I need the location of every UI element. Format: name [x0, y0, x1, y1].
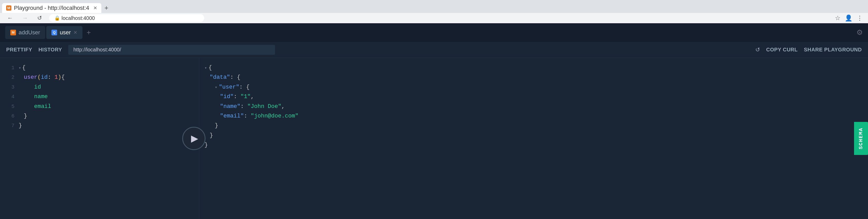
result-line-9: } [199, 140, 868, 150]
query-line-2: 2 user(id: 1){ [0, 73, 199, 82]
address-text: localhost:4000 [62, 15, 95, 21]
result-line-8: } [205, 131, 868, 140]
query-line-4: 4 name [0, 92, 199, 102]
browser-tab-label: Playground - http://localhost:4 [14, 5, 89, 11]
browser-chrome: M Playground - http://localhost:4 ✕ + ← … [0, 0, 868, 23]
settings-icon[interactable]: ⚙ [856, 28, 863, 37]
browser-tab-playground[interactable]: M Playground - http://localhost:4 ✕ [2, 3, 101, 13]
result-line-2: "data": { [205, 73, 868, 82]
profile-button[interactable]: 👤 [845, 14, 852, 22]
adduser-tab-label: addUser [19, 29, 40, 36]
query-line-6: 6 } [0, 111, 199, 121]
play-icon: ▶ [191, 133, 198, 144]
reload-button[interactable]: ↺ [35, 14, 44, 23]
app-tab-adduser[interactable]: M addUser [5, 26, 45, 39]
history-button[interactable]: HISTORY [38, 47, 62, 53]
result-line-3: ▾ "user": { [210, 82, 868, 92]
schema-tab[interactable]: SCHEMA [854, 122, 868, 155]
query-line-1: 1 ▾ { [0, 63, 199, 73]
query-line-5: 5 email [0, 102, 199, 111]
result-line-4: "id": "1", [215, 92, 868, 102]
user-tab-close[interactable]: ✕ [73, 30, 77, 35]
lock-icon: 🔒 [54, 15, 60, 21]
app-tab-bar: M addUser Q user ✕ + ⚙ [0, 23, 868, 42]
result-line-6: "email": "john@doe.com" [215, 111, 868, 121]
url-input[interactable] [68, 45, 275, 55]
copy-curl-button[interactable]: COPY CURL [766, 47, 798, 53]
user-tab-label: user [60, 29, 71, 36]
main-content: 1 ▾ { 2 user(id: 1){ 3 id 4 name 5 email [0, 58, 868, 219]
play-button[interactable]: ▶ [182, 127, 206, 150]
user-favicon: Q [52, 30, 57, 35]
browser-tab-close[interactable]: ✕ [93, 5, 97, 11]
browser-new-tab-button[interactable]: + [102, 3, 111, 13]
schema-tab-label: SCHEMA [858, 127, 864, 149]
result-panel: ▾ { "data": { ▾ "user": { "id": "1", "na… [199, 58, 868, 219]
toolbar: PRETTIFY HISTORY ↺ COPY CURL SHARE PLAYG… [0, 42, 868, 58]
query-line-3: 3 id [0, 82, 199, 92]
result-line-5: "name": "John Doe", [215, 102, 868, 111]
app-tab-user[interactable]: Q user ✕ [46, 26, 83, 39]
browser-actions: ☆ 👤 ⋮ [835, 14, 863, 22]
address-bar: ← → ↺ 🔒 localhost:4000 ☆ 👤 ⋮ [0, 13, 868, 23]
toolbar-right: ↺ COPY CURL SHARE PLAYGROUND [755, 46, 862, 53]
query-line-7: 7 } [0, 121, 199, 131]
address-input[interactable]: 🔒 localhost:4000 [49, 14, 204, 22]
play-button-container: ▶ [182, 127, 206, 150]
query-editor[interactable]: 1 ▾ { 2 user(id: 1){ 3 id 4 name 5 email [0, 58, 199, 219]
prettify-button[interactable]: PRETTIFY [6, 47, 32, 53]
forward-button[interactable]: → [20, 14, 30, 23]
graphql-playground-app: M addUser Q user ✕ + ⚙ PRETTIFY HISTORY … [0, 23, 868, 219]
app-new-tab-button[interactable]: + [84, 27, 94, 38]
playground-favicon: M [6, 5, 11, 10]
bookmark-button[interactable]: ☆ [835, 14, 841, 22]
result-line-7: } [210, 121, 868, 131]
result-line-1: ▾ { [199, 63, 868, 73]
adduser-favicon: M [10, 30, 16, 35]
refresh-button[interactable]: ↺ [755, 46, 760, 53]
share-playground-button[interactable]: SHARE PLAYGROUND [804, 47, 862, 53]
back-button[interactable]: ← [5, 14, 15, 23]
browser-tab-bar: M Playground - http://localhost:4 ✕ + [0, 0, 868, 13]
menu-button[interactable]: ⋮ [857, 14, 863, 22]
